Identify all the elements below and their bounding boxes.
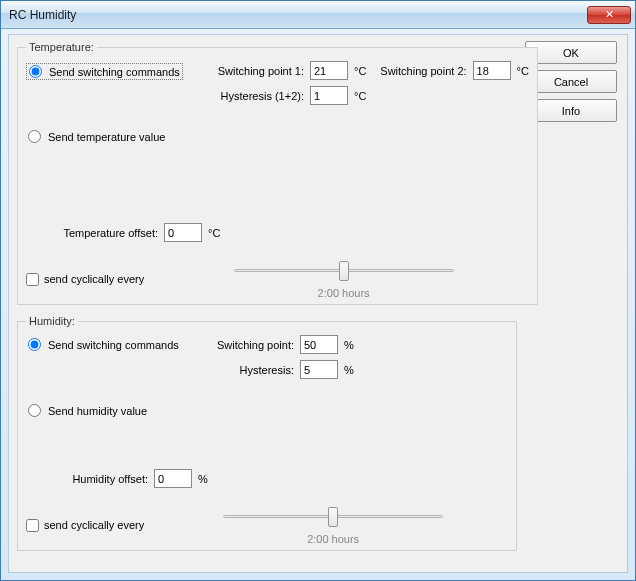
temp-hyst-input[interactable] (310, 86, 348, 105)
temp-send-switching-label: Send switching commands (49, 66, 180, 78)
titlebar: RC Humidity ✕ (1, 1, 635, 29)
hum-offset-label: Humidity offset: (58, 473, 148, 485)
hum-send-switching-radio[interactable]: Send switching commands (26, 337, 181, 352)
hum-sp-unit: % (344, 339, 354, 351)
hum-send-switching-radio-input[interactable] (28, 338, 41, 351)
ok-button[interactable]: OK (525, 41, 617, 64)
hum-cyclic-caption: 2:00 hours (307, 533, 359, 545)
temp-sp1-input[interactable] (310, 61, 348, 80)
hum-cyclic-checkbox[interactable]: send cyclically every (26, 519, 144, 532)
temp-send-value-label: Send temperature value (48, 131, 165, 143)
info-button[interactable]: Info (525, 99, 617, 122)
temp-sp2-unit: °C (517, 65, 529, 77)
close-icon[interactable]: ✕ (587, 6, 631, 24)
content: Temperature: Send switching commands Swi… (17, 35, 517, 572)
dialog-window: RC Humidity ✕ OK Cancel Info Temperature… (0, 0, 636, 581)
temp-offset-input[interactable] (164, 223, 202, 242)
hum-hyst-label: Hysteresis: (204, 364, 294, 376)
hum-sp-input[interactable] (300, 335, 338, 354)
slider-thumb[interactable] (339, 261, 349, 281)
temp-sp2-label: Switching point 2: (380, 65, 466, 77)
humidity-legend: Humidity: (26, 315, 78, 327)
temp-send-switching-radio-input[interactable] (29, 65, 42, 78)
temp-cyclic-caption: 2:00 hours (318, 287, 370, 299)
temp-cyclic-checkbox[interactable]: send cyclically every (26, 273, 144, 286)
side-buttons: OK Cancel Info (525, 41, 621, 128)
hum-offset-unit: % (198, 473, 208, 485)
temp-hyst-unit: °C (354, 90, 366, 102)
temp-send-value-radio-input[interactable] (28, 130, 41, 143)
hum-send-value-label: Send humidity value (48, 405, 147, 417)
hum-cyclic-checkbox-input[interactable] (26, 519, 39, 532)
hum-cyclic-slider[interactable] (223, 505, 443, 529)
temp-cyclic-checkbox-input[interactable] (26, 273, 39, 286)
temp-cyclic-slider[interactable] (234, 259, 454, 283)
temp-cyclic-slider-wrap: 2:00 hours (158, 259, 529, 299)
temp-offset-label: Temperature offset: (58, 227, 158, 239)
temp-sp1-label: Switching point 1: (204, 65, 304, 77)
humidity-group: Humidity: Send switching commands Switch… (17, 315, 517, 551)
hum-send-switching-label: Send switching commands (48, 339, 179, 351)
cancel-button[interactable]: Cancel (525, 70, 617, 93)
slider-thumb[interactable] (328, 507, 338, 527)
temp-hyst-label: Hysteresis (1+2): (204, 90, 304, 102)
temperature-legend: Temperature: (26, 41, 97, 53)
hum-cyclic-slider-wrap: 2:00 hours (158, 505, 508, 545)
hum-hyst-input[interactable] (300, 360, 338, 379)
hum-send-value-radio[interactable]: Send humidity value (26, 403, 149, 418)
hum-cyclic-label: send cyclically every (44, 519, 144, 531)
temp-cyclic-label: send cyclically every (44, 273, 144, 285)
temp-send-switching-radio[interactable]: Send switching commands (26, 63, 183, 80)
hum-send-value-radio-input[interactable] (28, 404, 41, 417)
hum-sp-label: Switching point: (204, 339, 294, 351)
temperature-group: Temperature: Send switching commands Swi… (17, 41, 538, 305)
temp-send-value-radio[interactable]: Send temperature value (26, 129, 167, 144)
client-area: OK Cancel Info Temperature: Send switchi… (8, 34, 628, 573)
hum-offset-input[interactable] (154, 469, 192, 488)
hum-hyst-unit: % (344, 364, 354, 376)
temp-sp2-input[interactable] (473, 61, 511, 80)
temp-sp1-unit: °C (354, 65, 366, 77)
window-title: RC Humidity (9, 8, 587, 22)
temp-offset-unit: °C (208, 227, 220, 239)
